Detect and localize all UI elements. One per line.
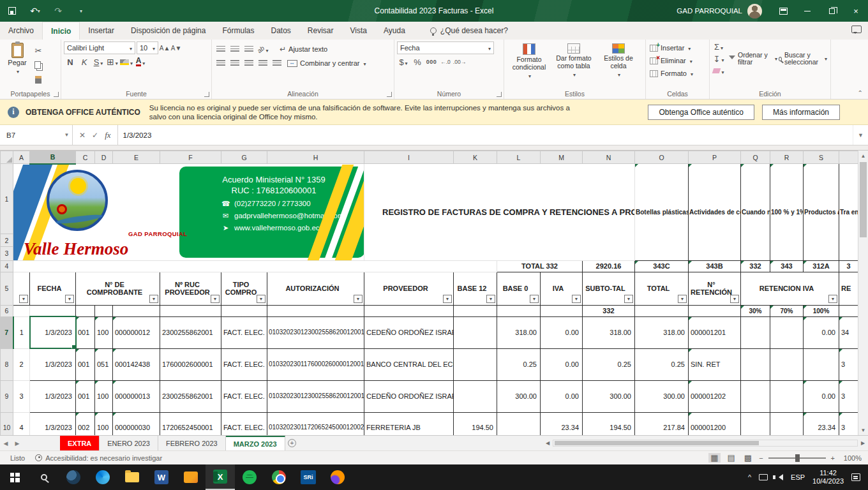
header-tipo[interactable]: TIPO COMPRO [221,272,267,305]
format-painter-button[interactable] [32,73,45,86]
accessibility-status[interactable]: Accesibilidad: es necesario investigar [35,454,162,462]
insert-cells-button[interactable]: Insertar [648,41,707,54]
row-header-8[interactable]: 8 [1,348,13,380]
cell[interactable]: 0.25 [497,348,541,380]
tab-revisar[interactable]: Revisar [299,22,342,40]
row-header-7[interactable]: 7 [1,316,13,348]
grand-total-cell[interactable]: 2920.16 [583,260,635,272]
cell[interactable]: FERRETERIA JB [364,412,454,435]
cell[interactable]: 0.00 [541,348,583,380]
firefox-icon[interactable] [323,464,352,490]
cell[interactable]: CEDEÑO ORDOÑEZ ISRAEL DAVID [364,380,454,412]
format-as-table-button[interactable]: Dar formato como tabla [551,41,596,80]
col-header-o[interactable]: O [635,151,689,164]
filter-icon[interactable] [678,295,687,303]
cell[interactable]: 0.00 [804,380,839,412]
increase-decimal-button[interactable]: ←.0 [439,56,452,68]
cell[interactable]: 1/3/2023 [30,412,76,435]
filter-icon[interactable] [530,295,539,303]
empty-cell[interactable] [113,305,160,316]
cell[interactable]: 0.25 [635,348,689,380]
side-header-sin-retencion[interactable]: Cuando no hay retención [741,164,770,261]
italic-button[interactable]: K [78,56,91,68]
pct-100-cell[interactable]: 100% [804,305,839,316]
cell[interactable]: 300.00 [497,380,541,412]
decrease-decimal-button[interactable]: .00→ [453,56,466,68]
delete-cells-button[interactable]: Eliminar [648,54,707,67]
empty-cell[interactable] [221,305,267,316]
col-header-c[interactable]: C [76,151,95,164]
side-header-microempresa[interactable]: 100 % y 1%.- Regimen microempresa [770,164,804,261]
hscroll-track[interactable] [553,440,858,447]
wrap-text-button[interactable]: Ajustar texto [277,44,330,54]
cell[interactable] [770,316,804,348]
col-header-q[interactable]: Q [741,151,770,164]
formula-input[interactable]: 1/3/2023 [118,125,853,145]
zoom-out-button[interactable]: − [759,454,763,462]
header-base0[interactable]: BASE 0 [497,272,541,305]
sheet-tab-marzo[interactable]: MARZO 2023 [226,436,285,450]
undo-button[interactable]: ↶▾ [28,4,42,18]
format-cells-button[interactable]: Formato [648,67,707,80]
tab-formulas[interactable]: Fórmulas [214,22,262,40]
cell[interactable]: 217.84 [635,412,689,435]
col-header-f[interactable]: F [160,151,221,164]
close-button[interactable]: × [844,0,868,22]
zoom-level[interactable]: 100% [840,454,862,462]
horizontal-scrollbar[interactable]: ◀ ▶ [542,436,868,450]
cell[interactable]: 1720652450001 [160,412,221,435]
empty-cell[interactable] [839,305,858,316]
sri-icon[interactable]: SRi [294,464,323,490]
cell[interactable]: 3 [839,348,858,380]
header-iva[interactable]: IVA [541,272,583,305]
cell[interactable]: 000001200 [689,412,741,435]
cell[interactable]: BANCO CENTRAL DEL ECUADOR [364,348,454,380]
pct-70-cell[interactable]: 70% [770,305,804,316]
cell[interactable]: 194.50 [454,412,497,435]
merge-center-button[interactable]: Combinar y centrar [285,59,369,68]
alignment-dialog-launcher[interactable] [387,92,392,97]
header-num-retencion[interactable]: N° RETENCIÓN [689,272,741,305]
thousands-button[interactable]: 000 [425,56,438,68]
page-break-view-button[interactable]: ▩ [742,453,754,463]
cancel-entry-icon[interactable]: ✕ [79,131,86,140]
pct-30-cell[interactable]: 30% [741,305,770,316]
cell[interactable] [497,412,541,435]
more-info-button[interactable]: Más información [762,105,840,120]
sheet-tab-extra[interactable]: EXTRA [60,436,100,450]
font-dialog-launcher[interactable] [204,92,209,97]
side-header-agricolas[interactable]: Productos agrícolas o Pecuarios 1% [804,164,839,261]
customize-qat-button[interactable]: ▾ [74,4,88,18]
empty-cell[interactable] [95,305,113,316]
number-dialog-launcher[interactable] [497,92,502,97]
normal-view-button[interactable]: ▦ [708,453,720,463]
cell[interactable]: 001 [76,380,95,412]
autosum-button[interactable]: Σ [712,41,725,52]
cell[interactable]: 23.34 [804,412,839,435]
col-header-g[interactable]: G [221,151,267,164]
cell[interactable]: 318.00 [635,316,689,348]
cell[interactable] [741,316,770,348]
filter-icon[interactable] [354,295,363,303]
cortana-icon[interactable] [59,464,88,490]
col-header-a[interactable]: A [13,151,30,164]
row-header-6[interactable]: 6 [1,305,13,316]
fill-color-button[interactable] [120,56,133,68]
code-312a-cell[interactable]: 312A [804,260,839,272]
header-a-filter[interactable] [13,272,30,305]
cell[interactable]: 1/3/2023 [30,348,76,380]
cell[interactable]: 051 [95,348,113,380]
name-box[interactable]: B7 [0,125,61,145]
side-header-botellas[interactable]: Botellas plásticas 1% [635,164,689,261]
tab-ayuda[interactable]: Ayuda [375,22,414,40]
code-343b-cell[interactable]: 343B [689,260,741,272]
cell[interactable]: 2300255862001 [160,380,221,412]
row-header-10[interactable]: 10 [1,412,13,435]
cell[interactable]: FACT. ELEC. [221,380,267,412]
spotify-icon[interactable] [235,464,264,490]
header-base12[interactable]: BASE 12 [454,272,497,305]
align-right-button[interactable] [243,57,255,70]
cell[interactable] [454,380,497,412]
file-explorer-icon[interactable] [117,464,147,490]
insert-function-button[interactable]: fx [105,130,110,140]
